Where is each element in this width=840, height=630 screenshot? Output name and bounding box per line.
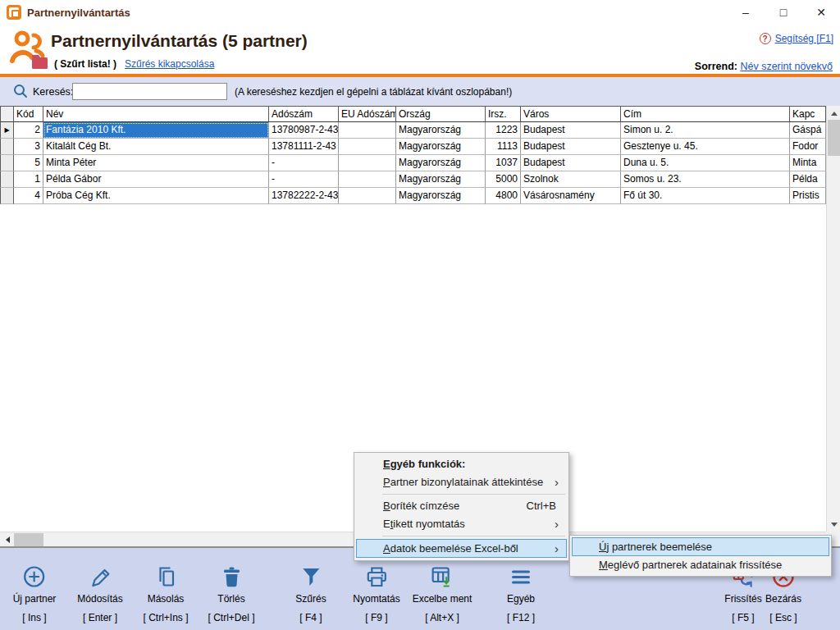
scroll-down-icon <box>831 523 838 530</box>
menu-item-partner-bizonylatai[interactable]: Partner bizonylatainak áttekintése › <box>356 473 567 491</box>
filter-off-link[interactable]: Szűrés kikapcsolása <box>125 58 214 70</box>
table-cell[interactable]: 5 <box>14 155 43 171</box>
page-header: Partnernyilvántartás (5 partner) ( Szűrt… <box>0 25 840 74</box>
table-cell[interactable]: Gesztenye u. 45. <box>621 139 790 155</box>
menu-separator <box>382 536 565 536</box>
toolbar-button-torles[interactable]: Törlés [ Ctrl+Del ] <box>208 564 254 623</box>
copy-icon <box>153 564 179 591</box>
table-cell[interactable]: Példa <box>790 171 826 188</box>
menu-shortcut: Ctrl+B <box>527 497 556 515</box>
table-cell[interactable]: 1223 <box>486 122 521 139</box>
help-link[interactable]: Segítség [F1] <box>775 33 833 44</box>
submenu-item-meglevo-partnerek[interactable]: Meglévő partnerek adatainak frissítése <box>572 556 829 574</box>
table-cell[interactable]: 13780987-2-43 <box>269 122 339 139</box>
table-cell[interactable]: Budapest <box>521 155 621 171</box>
table-cell[interactable]: Magyarország <box>396 122 486 139</box>
table-cell[interactable]: - <box>269 155 339 171</box>
search-input[interactable] <box>72 83 227 100</box>
minimize-icon: – <box>742 6 749 19</box>
submenu-item-uj-partnerek[interactable]: Új partnerek beemelése <box>572 537 829 556</box>
toolbar-button-egyeb[interactable]: Egyéb [ F12 ] <box>507 564 535 623</box>
table-cell[interactable]: Szolnok <box>521 171 621 188</box>
table-cell[interactable]: Magyarország <box>396 155 486 171</box>
table-cell[interactable]: Duna u. 5. <box>621 155 790 171</box>
table-cell[interactable]: - <box>269 171 339 188</box>
column-header[interactable]: Kód <box>14 106 43 122</box>
menu-item-etikett-nyomtatas[interactable]: Etikett nyomtatás › <box>356 515 567 533</box>
column-header[interactable]: Adószám <box>269 106 339 122</box>
toolbar-button-szures[interactable]: Szűrés [ F4 ] <box>295 564 326 623</box>
table-cell[interactable] <box>339 155 396 171</box>
search-label: Keresés: <box>33 86 73 98</box>
table-cell[interactable]: 2 <box>14 122 43 139</box>
table-cell[interactable] <box>339 139 396 155</box>
table-cell[interactable]: Minta <box>790 155 826 171</box>
table-cell[interactable]: Vásárosnamény <box>521 188 621 204</box>
table-cell[interactable]: 13782222-2-43 <box>269 188 339 204</box>
sort-value-link[interactable]: Név szerint növekvő <box>740 61 833 72</box>
maximize-button[interactable]: □ <box>765 0 802 25</box>
table-cell[interactable] <box>339 171 396 188</box>
table-cell[interactable]: 4800 <box>486 188 521 204</box>
column-header[interactable]: Név <box>43 106 269 122</box>
window-controls: – □ ✕ <box>727 0 840 25</box>
scroll-up-button[interactable] <box>827 106 840 120</box>
table-cell[interactable]: 1 <box>14 171 43 188</box>
column-header[interactable]: Cím <box>621 106 790 122</box>
table-cell[interactable]: Somos u. 23. <box>621 171 790 188</box>
toolbar-button-excelbe-ment[interactable]: Excelbe ment [ Alt+X ] <box>413 564 472 623</box>
table-cell[interactable]: Budapest <box>521 139 621 155</box>
table-cell[interactable] <box>339 188 396 204</box>
table-cell[interactable]: 1113 <box>486 139 521 155</box>
partners-logo-icon <box>7 26 51 72</box>
row-selector[interactable] <box>0 188 14 204</box>
table-cell-selected[interactable]: Fantázia 2010 Kft. <box>43 122 269 139</box>
minimize-button[interactable]: – <box>727 0 765 25</box>
table-cell[interactable]: Példa Gábor <box>43 171 269 188</box>
table-cell[interactable]: Simon u. 2. <box>621 122 790 139</box>
toolbar-button-uj-partner[interactable]: Új partner [ Ins ] <box>13 564 57 623</box>
table-cell[interactable]: Magyarország <box>396 139 486 155</box>
scroll-down-button[interactable] <box>827 518 840 532</box>
menu-item-adatok-beemelese[interactable]: Adatok beemelése Excel-ből › <box>356 539 567 558</box>
table-cell[interactable]: Magyarország <box>396 171 486 188</box>
column-header[interactable]: Város <box>521 106 621 122</box>
table-cell[interactable]: 13781111-2-43 <box>269 139 339 155</box>
horizontal-scroll-thumb[interactable] <box>14 533 43 546</box>
table-cell[interactable]: Fő út 30. <box>621 188 790 204</box>
row-selector[interactable] <box>0 171 14 188</box>
toolbar-button-nyomtatas[interactable]: Nyomtatás [ F9 ] <box>353 564 399 623</box>
toolbar-button-masolas[interactable]: Másolás [ Ctrl+Ins ] <box>143 564 188 623</box>
table-cell[interactable] <box>339 122 396 139</box>
vertical-scroll-thumb[interactable] <box>828 120 840 156</box>
column-header[interactable]: Kapc <box>790 106 826 122</box>
table-cell[interactable]: 5000 <box>486 171 521 188</box>
excel-export-icon <box>429 564 455 591</box>
row-selector[interactable] <box>0 139 14 155</box>
column-header[interactable]: EU Adószám <box>339 106 396 122</box>
table-cell[interactable]: Minta Péter <box>43 155 269 171</box>
column-header[interactable]: Irsz. <box>486 106 521 122</box>
scroll-left-button[interactable] <box>0 532 14 547</box>
vertical-scrollbar[interactable] <box>826 106 840 532</box>
close-button[interactable]: ✕ <box>802 0 840 25</box>
table-cell[interactable]: Magyarország <box>396 188 486 204</box>
table-cell[interactable]: Kitalált Cég Bt. <box>43 139 269 155</box>
search-bar: Keresés: (A kereséshez kezdjen el gépeln… <box>0 77 840 106</box>
table-cell[interactable]: Budapest <box>521 122 621 139</box>
table-cell[interactable]: 4 <box>14 188 43 204</box>
toolbar-button-modositas[interactable]: Módosítás [ Enter ] <box>77 564 122 623</box>
partner-table: Kód Név Adószám EU Adószám Ország Irsz. … <box>0 106 826 204</box>
row-selector[interactable] <box>0 155 14 171</box>
table-cell[interactable]: Fodor <box>790 139 826 155</box>
menu-item-boritek-cimzese[interactable]: Boríték címzése Ctrl+B <box>356 497 567 515</box>
table-cell[interactable]: 3 <box>14 139 43 155</box>
table-cell[interactable]: Pristis <box>790 188 826 204</box>
table-cell[interactable]: 1037 <box>486 155 521 171</box>
table-cell[interactable]: Gáspá <box>790 122 826 139</box>
column-header[interactable]: Ország <box>396 106 486 122</box>
menu-item-egyeb-funkciok[interactable]: Egyéb funkciók: <box>356 455 567 473</box>
row-selector[interactable]: ▶ <box>0 122 14 139</box>
filtered-list-note: ( Szűrt lista! ) <box>54 58 116 70</box>
table-cell[interactable]: Próba Cég Kft. <box>43 188 269 204</box>
